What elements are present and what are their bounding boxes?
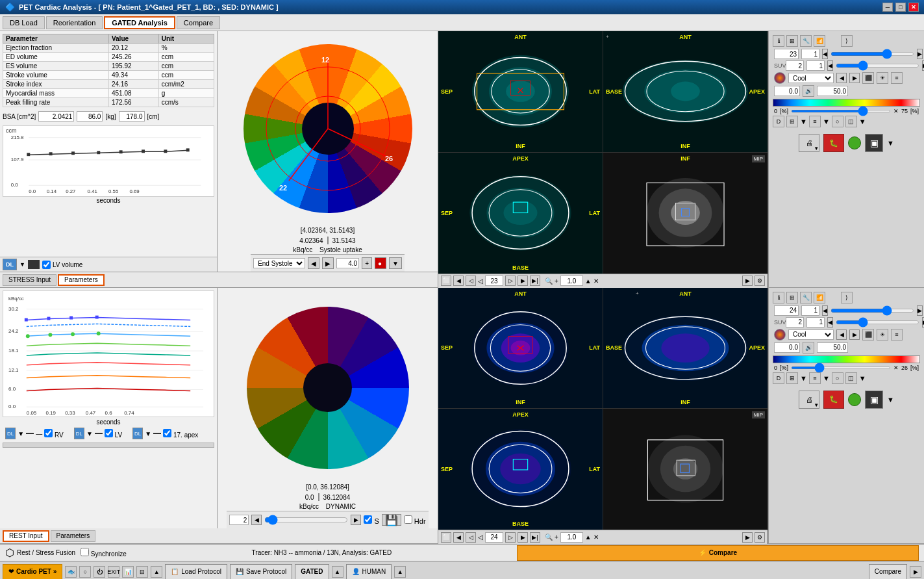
frame-input[interactable] xyxy=(336,258,359,268)
suv1-prev-bottom[interactable]: ◀ xyxy=(822,305,828,316)
colormap-prev-bottom[interactable]: ◀ xyxy=(836,329,847,340)
prev-frame-btn[interactable]: ◀ xyxy=(308,257,319,269)
frame-slider[interactable] xyxy=(264,515,348,525)
apex-checkbox-row[interactable]: 17. apex xyxy=(163,429,198,439)
scale-x-top[interactable]: ✕ xyxy=(893,108,899,114)
suv1b-input-top[interactable] xyxy=(801,49,819,59)
close-btn[interactable]: ✕ xyxy=(908,3,919,12)
s-checkbox[interactable]: S xyxy=(364,515,379,525)
dark-btn-bottom[interactable]: ▣ xyxy=(865,391,883,409)
nav-next2-top[interactable]: ▶ xyxy=(518,276,528,286)
exit-icon[interactable]: EXIT xyxy=(108,566,119,578)
display-1-top[interactable]: D xyxy=(773,116,784,127)
display-4-top[interactable]: ○ xyxy=(832,116,843,127)
cardio-pet-btn[interactable]: ❤ Cardio PET » xyxy=(3,564,62,580)
grid-icon[interactable]: ⊞ xyxy=(786,35,798,47)
side-icon-1[interactable]: ⟩ xyxy=(841,35,853,47)
sub-tab-stress-input[interactable]: STRESS Input xyxy=(3,274,56,286)
tab-reorientation[interactable]: Reorientation xyxy=(46,16,103,29)
dl-btn[interactable]: DL xyxy=(3,259,17,270)
display-3-top[interactable]: ≡ xyxy=(809,116,821,127)
info-icon-b[interactable]: ℹ xyxy=(773,292,784,303)
display-2-bottom[interactable]: ⊞ xyxy=(786,372,798,384)
signal-icon-b[interactable]: 📶 xyxy=(814,292,825,303)
bug-btn-bottom[interactable]: 🐛 xyxy=(823,391,844,409)
nav-end2-bottom[interactable]: ⚙ xyxy=(755,532,765,543)
scroll-area[interactable] xyxy=(3,443,214,448)
viewer-cell-bl[interactable]: APEX BASE SEP LAT xyxy=(438,153,603,274)
invert-icon-bottom[interactable]: ⬛ xyxy=(862,329,874,341)
frame-display-top[interactable] xyxy=(485,276,503,286)
tab-db-load[interactable]: DB Load xyxy=(3,16,45,29)
frame-num-input[interactable] xyxy=(229,515,249,525)
viewer-cell-tl[interactable]: ANT INF SEP LAT xyxy=(438,31,603,152)
scale-x-bottom[interactable]: ✕ xyxy=(893,365,899,371)
max-input-bottom[interactable] xyxy=(817,342,848,353)
colormap-prev-top[interactable]: ◀ xyxy=(836,73,847,83)
print-btn-top[interactable]: 🖨 ▼ xyxy=(799,134,819,152)
display-2-top[interactable]: ⊞ xyxy=(786,116,798,127)
suv2-slider-bottom[interactable] xyxy=(836,320,919,324)
nav-next-top[interactable]: ▷ xyxy=(505,276,516,286)
frame-prev-btn[interactable]: ◀ xyxy=(251,515,262,525)
colormap-next-bottom[interactable]: ▶ xyxy=(849,329,860,340)
min-icon-top[interactable]: 🔊 xyxy=(803,85,814,97)
add-btn[interactable]: + xyxy=(362,257,372,269)
more-icon-top[interactable]: ≡ xyxy=(891,72,903,84)
suv1-next-top[interactable]: ▶ xyxy=(917,49,923,59)
nav-zoom-x-bottom[interactable]: ✕ xyxy=(593,534,599,541)
compare-btn-action[interactable]: Compare xyxy=(869,564,907,580)
polar-map-top[interactable]: 12 26 22 xyxy=(243,44,412,213)
fish-icon[interactable]: 🐟 xyxy=(65,566,77,578)
viewer-cell-b-tl[interactable]: ANT INF SEP LAT xyxy=(438,288,603,409)
max-input-top[interactable] xyxy=(817,86,848,96)
nav-zoom-x[interactable]: ✕ xyxy=(593,277,599,285)
side-icon-b[interactable]: ⟩ xyxy=(841,292,853,303)
circle-icon[interactable]: ○ xyxy=(79,566,91,578)
display-1-bottom[interactable]: D xyxy=(773,372,784,384)
dl-lv-btn[interactable]: DL xyxy=(74,428,84,439)
dropdown-arrow[interactable]: ▼ xyxy=(19,261,25,268)
phase-select[interactable]: End Systole xyxy=(253,258,305,268)
bug-btn-top[interactable]: 🐛 xyxy=(823,134,844,152)
next-frame-btn[interactable]: ▶ xyxy=(322,257,334,269)
zoom-display-bottom[interactable] xyxy=(560,532,583,543)
suv1-next-bottom[interactable]: ▶ xyxy=(917,305,923,316)
nav-prev2-top[interactable]: ◁ xyxy=(466,276,476,286)
colormap-icon-top[interactable] xyxy=(774,72,786,84)
minimize-btn[interactable]: ─ xyxy=(882,3,893,12)
nav-zoom-btn[interactable]: ▶ xyxy=(742,276,753,286)
brightness-icon-bottom[interactable]: ☀ xyxy=(877,329,888,341)
synchronize-checkbox[interactable]: Synchronize xyxy=(81,548,127,558)
hdr-checkbox[interactable]: Hdr xyxy=(404,515,426,525)
display-arrow-bottom[interactable]: ▼ xyxy=(800,374,807,382)
nav-next2-bottom[interactable]: ▶ xyxy=(518,532,528,543)
scale-slider-top[interactable] xyxy=(791,110,891,112)
display-3-bottom[interactable]: ≡ xyxy=(809,372,821,384)
viewer-cell-b-br[interactable]: MIP xyxy=(603,409,768,530)
suv1-slider-bottom[interactable] xyxy=(830,309,914,313)
brightness-icon-top[interactable]: ☀ xyxy=(877,72,888,84)
gated-btn[interactable]: GATED xyxy=(295,564,329,580)
suv1-prev-top[interactable]: ◀ xyxy=(822,49,828,59)
viewer-cell-b-bl[interactable]: APEX BASE SEP LAT xyxy=(438,409,603,530)
frame-next-btn[interactable]: ▶ xyxy=(351,515,361,525)
frame-display-bottom[interactable] xyxy=(485,532,503,543)
rv-checkbox-row[interactable]: RV xyxy=(44,429,64,439)
nav-zoom-in-bottom[interactable]: + xyxy=(555,534,558,541)
display-5-top[interactable]: ◫ xyxy=(845,116,857,127)
nav-home-bottom[interactable]: ⬜ xyxy=(441,532,451,543)
nav-end-top[interactable]: ▶| xyxy=(530,276,540,286)
nav-next-bottom[interactable]: ▷ xyxy=(505,532,516,543)
min-input-bottom[interactable] xyxy=(774,342,800,353)
min-input-top[interactable] xyxy=(774,86,800,96)
green-circle-top[interactable] xyxy=(848,136,861,149)
nav-prev-top[interactable]: ◀ xyxy=(453,276,464,286)
tab-gated-analysis[interactable]: GATED Analysis xyxy=(104,16,175,29)
tools-icon[interactable]: 🔧 xyxy=(800,35,812,47)
cm-input[interactable] xyxy=(119,111,145,122)
polar-map-bottom[interactable] xyxy=(247,307,409,469)
human-up-icon[interactable]: ▲ xyxy=(394,566,406,578)
tool-arrow-bottom[interactable]: ▼ xyxy=(887,396,894,404)
menu-btn[interactable]: ▼ xyxy=(389,257,402,269)
